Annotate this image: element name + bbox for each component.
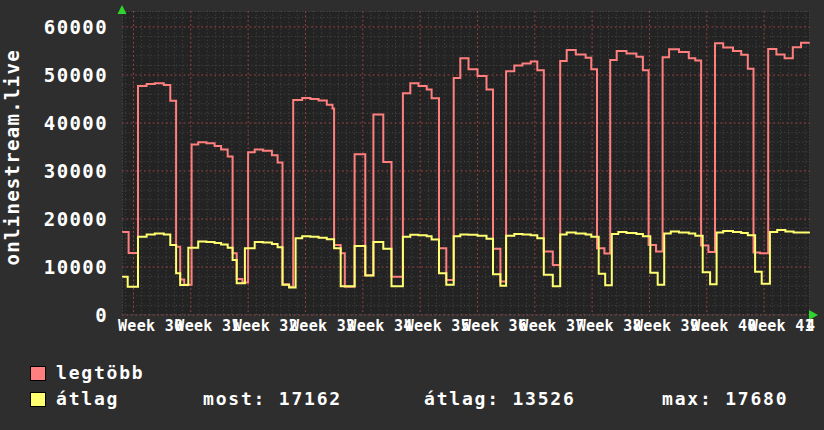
y-tick-label: 30000	[0, 160, 108, 182]
x-tick-label: Week 40	[691, 317, 756, 335]
x-tick-label: Week 39	[634, 317, 699, 335]
x-tick-label: Week 36	[462, 317, 527, 335]
rrd-graph-screenshot: onlinestream.live 0100002000030000400005…	[0, 0, 824, 430]
y-tick-label: 40000	[0, 112, 108, 134]
stat-most: most: 17162	[203, 388, 342, 409]
x-tick-label: Week 38	[577, 317, 642, 335]
y-tick-label: 0	[0, 304, 108, 326]
x-tick-label: Week 35	[405, 317, 470, 335]
legend-label-atlag: átlag	[56, 388, 119, 409]
y-tick-label: 20000	[0, 208, 108, 230]
y-axis-arrow-icon	[118, 5, 127, 14]
x-tick-label: Week 41	[749, 317, 814, 335]
legend-swatch-atlag	[30, 392, 46, 407]
x-tick-label: Week 32	[233, 317, 298, 335]
stat-atlag: átlag: 13526	[424, 388, 576, 409]
legend-swatch-legtobb	[30, 366, 46, 381]
x-tick-label: Week 31	[175, 317, 240, 335]
legend-label-legtobb: legtöbb	[56, 362, 144, 383]
x-tick-label: Week 30	[118, 317, 183, 335]
y-tick-label: 10000	[0, 256, 108, 278]
x-tick-label: Week 33	[290, 317, 355, 335]
y-tick-label: 60000	[0, 16, 108, 38]
stat-max: max: 17680	[662, 388, 788, 409]
x-tick-label: 4	[806, 317, 815, 335]
x-tick-label: Week 34	[347, 317, 412, 335]
x-tick-label: Week 37	[519, 317, 584, 335]
y-tick-label: 50000	[0, 64, 108, 86]
